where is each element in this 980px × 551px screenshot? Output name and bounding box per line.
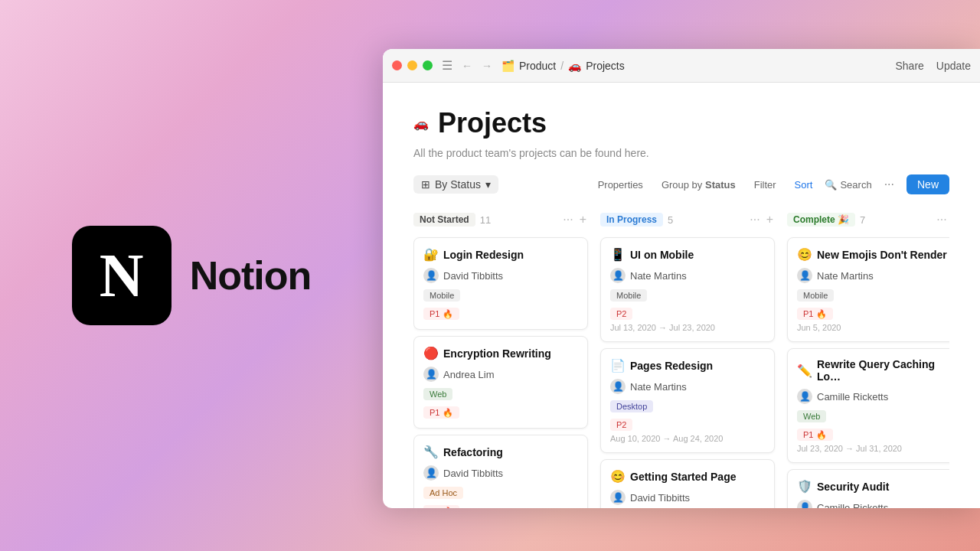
sidebar-toggle-icon[interactable]: ☰ [442, 58, 452, 73]
column-actions-in-progress: ···+ [748, 211, 775, 228]
page-title-row: 🚗 Projects [413, 107, 949, 139]
card-icon: 😊 [797, 247, 812, 262]
card-icon: 🔧 [423, 445, 439, 459]
card-user: 👤David Tibbitts [610, 490, 765, 505]
card-tags: Web [797, 410, 949, 422]
close-button[interactable] [392, 60, 402, 70]
avatar: 👤 [797, 389, 812, 404]
title-bar-actions: Share Update [895, 60, 971, 72]
card[interactable]: ✏️Rewrite Query Caching Lo…👤Camille Rick… [787, 348, 949, 463]
card-user: 👤Camille Ricketts [797, 389, 949, 404]
card-title: Pages Redesign [630, 360, 713, 372]
breadcrumb-parent[interactable]: Product [519, 60, 556, 72]
column-count-complete: 7 [860, 214, 865, 226]
card[interactable]: 📄Pages Redesign👤Nate MartinsDesktopP2Aug… [600, 348, 775, 453]
sort-button[interactable]: Sort [789, 176, 819, 194]
column-label-complete: Complete 🎉 [787, 213, 855, 227]
card[interactable]: 🔴Encryption Rewriting👤Andrea LimWebP1 🔥 [413, 336, 588, 429]
column-actions-complete: ···+ [935, 211, 949, 228]
breadcrumb-parent-icon: 🗂️ [501, 60, 514, 72]
card[interactable]: 🛡️Security Audit👤Camille Ricketts [787, 469, 949, 508]
notion-cube-logo: N [72, 226, 172, 325]
user-name: Camille Ricketts [817, 502, 888, 509]
title-bar: ☰ ← → 🗂️ Product / 🚗 Projects Share Upda… [383, 49, 980, 83]
page-description: All the product team's projects can be f… [413, 147, 949, 159]
search-area[interactable]: 🔍 Search [825, 179, 871, 191]
card-icon: 🔴 [423, 346, 439, 360]
view-selector[interactable]: ⊞ By Status ▾ [413, 175, 498, 194]
card[interactable]: 😊New Emojis Don't Render👤Nate MartinsMob… [787, 237, 949, 342]
properties-button[interactable]: Properties [592, 176, 649, 194]
card-user: 👤Nate Martins [610, 268, 765, 283]
notion-n-letter: N [100, 241, 144, 311]
kanban-board: Not Started11···+🔐Login Redesign👤David T… [413, 210, 949, 508]
column-add-icon[interactable]: + [578, 211, 588, 228]
card-title: UI on Mobile [630, 249, 694, 261]
card-icon: 📱 [610, 247, 626, 262]
card-title-row: ✏️Rewrite Query Caching Lo… [797, 358, 949, 383]
notion-brand-name: Notion [190, 253, 312, 298]
card-user: 👤David Tibbitts [423, 465, 578, 481]
card[interactable]: 😊Getting Started Page👤David Tibbitts [600, 459, 775, 508]
avatar: 👤 [797, 268, 812, 283]
card-tags: Mobile [797, 289, 949, 302]
minimize-button[interactable] [407, 60, 417, 70]
card-icon: 😊 [610, 469, 626, 484]
column-label-in-progress: In Progress [600, 213, 663, 227]
user-name: Camille Ricketts [817, 391, 888, 403]
column-header-complete: Complete 🎉7···+ [787, 210, 949, 230]
column-actions-not-started: ···+ [561, 211, 588, 228]
column-more-icon[interactable]: ··· [935, 211, 948, 228]
more-options-button[interactable]: ··· [878, 174, 900, 194]
card-title-row: 🔧Refactoring [423, 445, 578, 459]
card[interactable]: 📱UI on Mobile👤Nate MartinsMobileP2Jul 13… [600, 237, 775, 342]
group-by-label: Group by Status [655, 176, 742, 194]
avatar: 👤 [610, 268, 626, 283]
avatar: 👤 [610, 379, 626, 394]
new-button[interactable]: New [906, 174, 949, 194]
card-title-row: 📱UI on Mobile [610, 247, 765, 262]
browser-window: ☰ ← → 🗂️ Product / 🚗 Projects Share Upda… [383, 49, 980, 508]
card-priority: P1 🔥 [423, 406, 459, 419]
back-button[interactable]: ← [462, 60, 472, 72]
card-user: 👤Camille Ricketts [797, 500, 949, 508]
filter-button[interactable]: Filter [748, 176, 782, 194]
page-title: Projects [438, 107, 547, 139]
card-icon: 🛡️ [797, 479, 812, 494]
group-by-value: Status [705, 179, 736, 191]
card-icon: 🔐 [423, 247, 439, 262]
maximize-button[interactable] [423, 60, 433, 70]
card[interactable]: 🔐Login Redesign👤David TibbittsMobileP1 🔥 [413, 237, 588, 330]
card-tag: Mobile [610, 289, 647, 302]
card-priority: P1 🔥 [797, 429, 833, 441]
notion-logo-area: N Notion [0, 0, 383, 551]
card-title: Security Audit [817, 481, 889, 493]
card-title-row: 😊Getting Started Page [610, 469, 765, 484]
column-more-icon[interactable]: ··· [748, 211, 761, 228]
column-count-in-progress: 5 [668, 214, 673, 226]
card-user: 👤Nate Martins [797, 268, 949, 283]
user-name: Nate Martins [630, 381, 687, 393]
breadcrumb-child[interactable]: Projects [586, 60, 625, 72]
user-name: Nate Martins [817, 270, 874, 282]
card-priority: P2 [610, 308, 632, 320]
toolbar: ⊞ By Status ▾ Properties Group by Status… [413, 174, 949, 194]
update-button[interactable]: Update [936, 60, 971, 72]
column-count-not-started: 11 [480, 214, 491, 226]
card[interactable]: 🔧Refactoring👤David TibbittsAd HocP1 🔥 [413, 435, 588, 508]
avatar: 👤 [797, 500, 812, 508]
card-icon: ✏️ [797, 364, 812, 378]
column-add-icon[interactable]: + [765, 211, 775, 228]
column-header-in-progress: In Progress5···+ [600, 210, 775, 230]
card-icon: 📄 [610, 358, 626, 373]
avatar: 👤 [610, 490, 626, 505]
card-tags: Mobile [610, 289, 765, 302]
card-tags: Ad Hoc [423, 487, 578, 499]
avatar: 👤 [423, 465, 439, 481]
forward-button[interactable]: → [482, 60, 492, 72]
column-more-icon[interactable]: ··· [561, 211, 574, 228]
user-name: Nate Martins [630, 270, 687, 282]
share-button[interactable]: Share [895, 60, 923, 72]
chevron-down-icon: ▾ [485, 178, 491, 191]
breadcrumb: 🗂️ Product / 🚗 Projects [501, 60, 625, 72]
